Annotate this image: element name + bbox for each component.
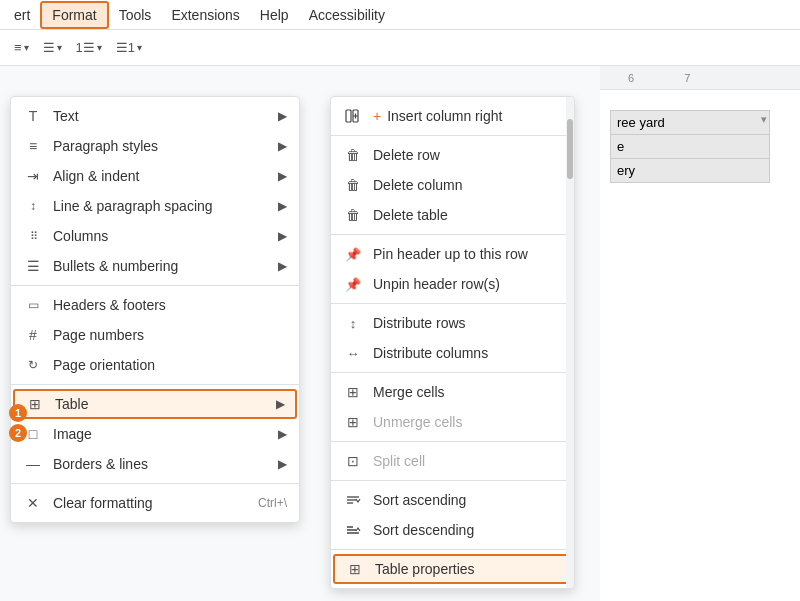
sub-divider-1 xyxy=(331,135,574,136)
menu-item-line-spacing[interactable]: ↕ Line & paragraph spacing ▶ xyxy=(11,191,299,221)
split-cell-icon: ⊡ xyxy=(343,453,363,469)
menu-item-page-numbers[interactable]: # Page numbers xyxy=(11,320,299,350)
dropdown-indicator[interactable]: ▾ xyxy=(761,113,767,126)
menubar: ert Format Tools Extensions Help Accessi… xyxy=(0,0,800,30)
table-row: ree yard ▾ xyxy=(611,111,770,135)
menu-item-sort-ascending-label: Sort ascending xyxy=(373,492,562,508)
page-orientation-icon: ↻ xyxy=(23,358,43,372)
menu-item-delete-column[interactable]: 🗑 Delete column xyxy=(331,170,574,200)
menubar-item-accessibility[interactable]: Accessibility xyxy=(299,3,395,27)
submenu-scrollbar-thumb[interactable] xyxy=(567,119,573,179)
menu-item-delete-row[interactable]: 🗑 Delete row xyxy=(331,140,574,170)
menu-item-borders-lines[interactable]: — Borders & lines ▶ xyxy=(11,449,299,479)
menu-item-table[interactable]: ⊞ Table ▶ xyxy=(13,389,297,419)
chevron-down-icon3: ▾ xyxy=(97,42,102,53)
menu-item-clear-formatting[interactable]: ✕ Clear formatting Ctrl+\ xyxy=(11,488,299,518)
delete-table-icon: 🗑 xyxy=(343,207,363,223)
menu-item-line-spacing-label: Line & paragraph spacing xyxy=(53,198,270,214)
paragraph-styles-icon: ≡ xyxy=(23,138,43,154)
clear-formatting-shortcut: Ctrl+\ xyxy=(258,496,287,510)
table-cell-3: ery xyxy=(611,159,770,183)
table-submenu: + Insert column right 🗑 Delete row 🗑 Del… xyxy=(330,96,575,589)
menu-item-paragraph-styles[interactable]: ≡ Paragraph styles ▶ xyxy=(11,131,299,161)
menu-item-pin-header[interactable]: 📌 Pin header up to this row xyxy=(331,239,574,269)
distribute-rows-icon: ↕ xyxy=(343,316,363,331)
toolbar-list2[interactable]: ☰1 ▾ xyxy=(110,37,148,58)
menu-item-image-label: Image xyxy=(53,426,270,442)
menu-item-sort-descending[interactable]: Sort descending xyxy=(331,515,574,545)
menu-item-insert-col-right[interactable]: + Insert column right xyxy=(331,101,574,131)
step-badge-1: 1 xyxy=(9,404,27,422)
toolbar-list1[interactable]: 1☰ ▾ xyxy=(70,37,108,58)
menu-item-delete-column-label: Delete column xyxy=(373,177,562,193)
menu-item-borders-lines-label: Borders & lines xyxy=(53,456,270,472)
menu-item-distribute-rows[interactable]: ↕ Distribute rows xyxy=(331,308,574,338)
menu-item-align-indent[interactable]: ⇥ Align & indent ▶ xyxy=(11,161,299,191)
document-area: 6 7 ree yard ▾ e ery xyxy=(600,66,800,601)
checklist-icon: ☰ xyxy=(43,40,55,55)
step-badge-2: 2 xyxy=(9,424,27,442)
list1-icon: 1☰ xyxy=(76,40,95,55)
toolbar-checklist[interactable]: ☰ ▾ xyxy=(37,37,68,58)
menubar-item-tools[interactable]: Tools xyxy=(109,3,162,27)
sub-divider-4 xyxy=(331,372,574,373)
menubar-item-ert[interactable]: ert xyxy=(4,3,40,27)
merge-cells-icon: ⊞ xyxy=(343,384,363,400)
menubar-item-format[interactable]: Format xyxy=(40,1,108,29)
menu-item-distribute-rows-label: Distribute rows xyxy=(373,315,562,331)
delete-row-icon: 🗑 xyxy=(343,147,363,163)
menu-item-sort-descending-label: Sort descending xyxy=(373,522,562,538)
menu-item-unpin-header[interactable]: 📌 Unpin header row(s) xyxy=(331,269,574,299)
chevron-down-icon: ▾ xyxy=(24,42,29,53)
chevron-down-icon2: ▾ xyxy=(57,42,62,53)
menu-item-pin-header-label: Pin header up to this row xyxy=(373,246,562,262)
menubar-item-extensions[interactable]: Extensions xyxy=(161,3,249,27)
menu-item-text-label: Text xyxy=(53,108,270,124)
toolbar-line-spacing[interactable]: ≡ ▾ xyxy=(8,37,35,58)
menu-item-align-indent-label: Align & indent xyxy=(53,168,270,184)
pin-header-icon: 📌 xyxy=(343,247,363,262)
arrow-icon-9: ▶ xyxy=(278,457,287,471)
table-properties-icon: ⊞ xyxy=(345,561,365,577)
menu-item-insert-col-right-label: Insert column right xyxy=(387,108,562,124)
delete-column-icon: 🗑 xyxy=(343,177,363,193)
table-cell-2: e xyxy=(611,135,770,159)
menu-item-sort-ascending[interactable]: Sort ascending xyxy=(331,485,574,515)
menu-item-columns[interactable]: ⠿ Columns ▶ xyxy=(11,221,299,251)
sub-divider-3 xyxy=(331,303,574,304)
sub-divider-6 xyxy=(331,480,574,481)
menu-item-bullets[interactable]: ☰ Bullets & numbering ▶ xyxy=(11,251,299,281)
submenu-scrollbar[interactable] xyxy=(566,97,574,588)
list2-icon: ☰1 xyxy=(116,40,135,55)
menu-item-distribute-columns[interactable]: ↔ Distribute columns xyxy=(331,338,574,368)
menu-item-merge-cells[interactable]: ⊞ Merge cells xyxy=(331,377,574,407)
menu-item-page-orientation-label: Page orientation xyxy=(53,357,287,373)
menu-item-split-cell: ⊡ Split cell xyxy=(331,446,574,476)
divider-3 xyxy=(11,483,299,484)
menu-item-table-properties[interactable]: ⊞ Table properties xyxy=(333,554,572,584)
toolbar: ≡ ▾ ☰ ▾ 1☰ ▾ ☰1 ▾ xyxy=(0,30,800,66)
divider-2 xyxy=(11,384,299,385)
ruler: 6 7 xyxy=(600,66,800,90)
menu-item-bullets-label: Bullets & numbering xyxy=(53,258,270,274)
ruler-mark-7: 7 xyxy=(684,72,690,84)
table-cell-1-text: ree yard xyxy=(617,115,665,130)
arrow-icon-2: ▶ xyxy=(278,139,287,153)
menu-item-image[interactable]: □ Image ▶ xyxy=(11,419,299,449)
menu-item-split-cell-label: Split cell xyxy=(373,453,562,469)
arrow-icon-4: ▶ xyxy=(278,199,287,213)
divider-1 xyxy=(11,285,299,286)
menu-item-unmerge-cells: ⊞ Unmerge cells xyxy=(331,407,574,437)
svg-rect-0 xyxy=(346,110,351,122)
arrow-icon-5: ▶ xyxy=(278,229,287,243)
menubar-item-help[interactable]: Help xyxy=(250,3,299,27)
menu-item-table-label: Table xyxy=(55,396,268,412)
menu-item-headers-footers[interactable]: ▭ Headers & footers xyxy=(11,290,299,320)
ruler-mark-6: 6 xyxy=(628,72,634,84)
menu-item-merge-cells-label: Merge cells xyxy=(373,384,562,400)
menu-item-delete-table[interactable]: 🗑 Delete table xyxy=(331,200,574,230)
content-area: 1 2 3 T Text ▶ ≡ Paragraph styles ▶ ⇥ Al… xyxy=(0,66,800,601)
menu-item-text[interactable]: T Text ▶ xyxy=(11,101,299,131)
menu-item-table-properties-label: Table properties xyxy=(375,561,560,577)
menu-item-page-orientation[interactable]: ↻ Page orientation xyxy=(11,350,299,380)
